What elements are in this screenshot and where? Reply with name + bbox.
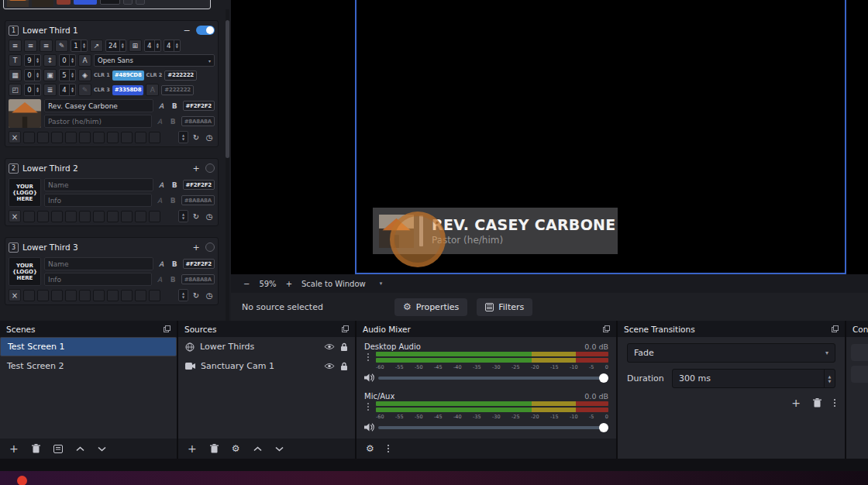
expand-icon[interactable]: ⊞ xyxy=(129,40,142,52)
zoom-out-button[interactable]: − xyxy=(243,280,250,288)
frame-slot[interactable] xyxy=(37,211,49,222)
frame-slot[interactable] xyxy=(135,290,146,301)
info-field[interactable]: Pastor (he/him) xyxy=(44,115,152,128)
undock-icon[interactable] xyxy=(832,325,839,332)
italic-icon[interactable]: A xyxy=(157,181,167,189)
clipped-color-chip[interactable] xyxy=(100,0,120,5)
name-color-swatch[interactable]: #F2F2F2 xyxy=(183,101,215,111)
timer-icon[interactable]: ◷ xyxy=(204,133,215,142)
frame-slot[interactable] xyxy=(121,290,133,301)
visibility-toggle-off[interactable] xyxy=(205,163,215,173)
mixer-menu-icon[interactable] xyxy=(388,445,389,452)
lock-icon[interactable] xyxy=(340,362,348,371)
frame-slot[interactable] xyxy=(79,290,91,301)
font-icon[interactable]: A xyxy=(78,54,91,67)
chevron-down-icon[interactable]: ▾ xyxy=(380,280,383,287)
image-stepper[interactable]: 0▲▼ xyxy=(24,69,41,81)
frame-slot[interactable] xyxy=(107,211,119,222)
properties-button[interactable]: ⚙ Properties xyxy=(394,298,467,316)
frame-slot[interactable] xyxy=(135,211,146,222)
frame-slot[interactable] xyxy=(149,211,160,222)
volume-slider-knob[interactable] xyxy=(599,373,608,383)
remove-scene-button[interactable] xyxy=(32,444,40,453)
refresh-icon[interactable]: ↻ xyxy=(191,291,202,300)
logo-thumbnail[interactable] xyxy=(9,99,41,128)
source-properties-icon[interactable]: ⚙ xyxy=(232,444,240,453)
transition-select[interactable]: Fade ▾ xyxy=(627,343,835,363)
visibility-toggle-off[interactable] xyxy=(205,242,215,252)
volume-slider-knob[interactable] xyxy=(599,423,608,432)
remove-transition-button[interactable] xyxy=(813,398,822,408)
frame-slot[interactable] xyxy=(107,132,119,143)
frame-slot[interactable] xyxy=(135,132,146,143)
transition-properties-icon[interactable] xyxy=(834,399,835,407)
move-source-up-button[interactable] xyxy=(253,446,262,452)
clear-button[interactable]: × xyxy=(9,210,21,222)
bold-icon[interactable]: B xyxy=(170,102,180,110)
corner-radius-stepper[interactable]: 0▲▼ xyxy=(24,84,41,96)
advanced-audio-icon[interactable]: ⚙ xyxy=(366,444,374,453)
scale-mode-select[interactable]: Scale to Window xyxy=(301,280,366,288)
bold-icon[interactable]: B xyxy=(170,260,180,268)
align-center-icon[interactable]: ≡ xyxy=(24,40,37,52)
image-icon[interactable]: ▦ xyxy=(9,69,22,81)
frame-slot[interactable] xyxy=(93,211,105,222)
layers-icon[interactable]: ▣ xyxy=(43,69,57,81)
add-source-button[interactable]: + xyxy=(188,443,197,454)
frame-slot[interactable] xyxy=(93,132,105,143)
scene-item[interactable]: Test Screen 2 xyxy=(0,356,177,376)
expand-section-button[interactable]: + xyxy=(191,163,202,174)
add-scene-button[interactable]: + xyxy=(9,443,19,454)
frame-slot[interactable] xyxy=(37,132,49,143)
frame-slot[interactable] xyxy=(65,211,77,222)
name-field[interactable]: Name xyxy=(44,257,153,270)
source-item[interactable]: Sanctuary Cam 1 xyxy=(178,356,355,376)
speaker-icon[interactable] xyxy=(364,373,374,382)
speaker-icon[interactable] xyxy=(364,423,374,432)
expand-section-button[interactable]: + xyxy=(191,242,202,253)
frame-slot[interactable] xyxy=(149,290,160,301)
volume-slider[interactable] xyxy=(378,423,608,432)
clr1-swatch[interactable]: #489CD8 xyxy=(112,71,144,81)
scene-filters-icon[interactable] xyxy=(53,445,63,453)
volume-slider[interactable] xyxy=(378,373,608,383)
name-field[interactable]: Name xyxy=(44,178,153,191)
name-color-swatch[interactable]: #F2F2F2 xyxy=(183,259,215,269)
frame-slot[interactable] xyxy=(23,290,35,301)
frame-slot[interactable] xyxy=(79,211,91,222)
line-spacing-icon[interactable]: ↕ xyxy=(43,54,57,67)
clr2-swatch[interactable]: #222222 xyxy=(164,71,197,81)
clipped-button[interactable] xyxy=(123,0,133,5)
paint-bucket-icon[interactable]: ◈ xyxy=(78,69,91,81)
channel-menu-icon[interactable] xyxy=(364,401,372,411)
scrollbar-thumb[interactable] xyxy=(226,20,229,158)
resize-icon[interactable]: ↗ xyxy=(90,40,103,52)
move-scene-up-button[interactable] xyxy=(76,446,84,452)
border-width-icon[interactable]: ≣ xyxy=(43,84,57,96)
info-color-swatch[interactable]: #8A8A8A xyxy=(181,274,215,284)
logo-placeholder[interactable]: YOUR {LOGO} HERE xyxy=(9,178,41,207)
duration-stepper[interactable]: ▲▼ xyxy=(824,370,835,387)
zoom-in-button[interactable]: + xyxy=(286,280,292,288)
pen-icon[interactable]: ✎ xyxy=(55,40,68,52)
eye-icon[interactable] xyxy=(324,363,335,370)
logo-placeholder[interactable]: YOUR {LOGO} HERE xyxy=(9,257,41,286)
undock-icon[interactable] xyxy=(603,325,610,332)
info-color-swatch[interactable]: #8A8A8A xyxy=(181,116,215,126)
remove-source-button[interactable] xyxy=(210,444,219,453)
refresh-icon[interactable]: ↻ xyxy=(191,133,202,142)
bold-icon[interactable]: B xyxy=(170,181,180,189)
frame-slot[interactable] xyxy=(121,211,133,222)
info-field[interactable]: Info xyxy=(44,194,152,207)
italic-icon[interactable]: A xyxy=(157,102,167,110)
border-width-stepper[interactable]: 4▲▼ xyxy=(59,84,76,96)
name-color-swatch[interactable]: #F2F2F2 xyxy=(183,180,215,190)
frame-slot[interactable] xyxy=(65,290,77,301)
text-size-stepper[interactable]: 9▲▼ xyxy=(24,54,41,67)
clear-button[interactable]: × xyxy=(9,289,21,301)
mini-stepper[interactable]: ▲▼ xyxy=(178,131,188,143)
move-scene-down-button[interactable] xyxy=(98,446,106,452)
frame-slot[interactable] xyxy=(23,211,35,222)
visibility-toggle-on[interactable] xyxy=(196,26,215,35)
font-size-stepper[interactable]: 24▲▼ xyxy=(105,40,126,52)
